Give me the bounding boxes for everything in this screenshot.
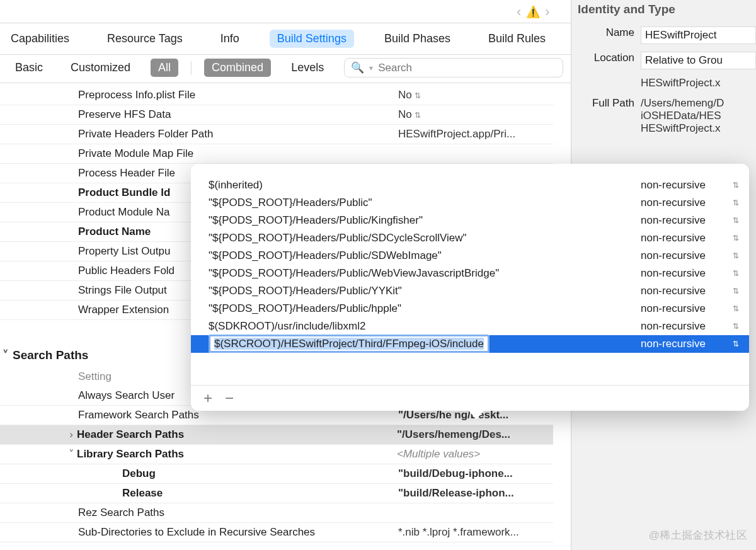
setting-preserve-hfs[interactable]: Preserve HFS Data No⇅ <box>0 105 553 125</box>
setting-key: Private Module Map File <box>78 147 398 160</box>
inspector-row-name: Name HESwiftProject <box>571 23 756 48</box>
chevron-updown-icon[interactable]: ⇅ <box>415 111 421 120</box>
recursive-select[interactable]: non-recursive <box>637 267 733 280</box>
search-icon: 🔍 <box>351 61 364 74</box>
setting-key: Header Search Paths <box>77 428 397 441</box>
path-edit-cell[interactable]: $(SRCROOT)/HESwiftProject/Third/FFmpeg-i… <box>209 338 637 350</box>
name-input[interactable]: HESwiftProject <box>641 26 756 44</box>
setting-preprocess-info-plist[interactable]: Preprocess Info.plist File No⇅ <box>0 86 553 105</box>
setting-value[interactable]: HESwiftProject.app/Pri... <box>398 128 553 140</box>
history-nav: ‹ ⚠️ › <box>517 4 550 20</box>
tab-build-rules[interactable]: Build Rules <box>481 30 553 48</box>
setting-header-search-paths[interactable]: › Header Search Paths "/Users/hemeng/Des… <box>0 425 553 445</box>
setting-library-release[interactable]: Release "build/Release-iphon... <box>0 484 553 503</box>
tab-info[interactable]: Info <box>213 30 247 48</box>
path-text: "${PODS_ROOT}/Headers/Public/Kingfisher" <box>209 214 637 227</box>
recursive-select[interactable]: non-recursive <box>637 302 733 315</box>
list-item[interactable]: "${PODS_ROOT}/Headers/Public/hpple" non-… <box>191 300 749 318</box>
setting-key: Preprocess Info.plist File <box>78 89 398 101</box>
setting-value[interactable]: "/Users/hemeng/Des... <box>397 428 553 441</box>
path-input[interactable]: $(SRCROOT)/HESwiftProject/Third/FFmpeg-i… <box>209 335 490 353</box>
setting-value[interactable]: No⇅ <box>398 89 553 101</box>
recursive-select[interactable]: non-recursive <box>637 320 733 333</box>
chevron-down-icon[interactable]: ˅ <box>66 448 77 461</box>
forward-icon[interactable]: › <box>545 4 549 20</box>
setting-value[interactable]: "build/Release-iphon... <box>398 487 553 500</box>
location-select[interactable]: Relative to Grou <box>641 52 756 69</box>
setting-value[interactable]: "build/Debug-iphone... <box>398 467 553 480</box>
filter-bar: Basic Customized All Combined Levels 🔍 ▾ <box>0 53 571 83</box>
list-item[interactable]: "${PODS_ROOT}/Headers/Public/SDCycleScro… <box>191 229 749 247</box>
chevron-updown-icon[interactable]: ⇅ <box>733 322 744 331</box>
setting-private-headers-folder[interactable]: Private Headers Folder Path HESwiftProje… <box>0 125 553 144</box>
popover-list[interactable]: $(inherited) non-recursive ⇅ "${PODS_ROO… <box>191 164 749 385</box>
tab-capabilities[interactable]: Capabilities <box>3 30 77 48</box>
recursive-select[interactable]: non-recursive <box>637 249 733 262</box>
recursive-select[interactable]: non-recursive <box>637 285 733 297</box>
setting-key: Sub-Directories to Exclude in Recursive … <box>78 526 398 539</box>
filter-all[interactable]: All <box>151 59 178 77</box>
setting-value[interactable]: *.nib *.lproj *.framework... <box>398 526 553 539</box>
search-field[interactable]: 🔍 ▾ <box>344 58 563 77</box>
chevron-updown-icon[interactable]: ⇅ <box>733 340 744 348</box>
list-item[interactable]: "${PODS_ROOT}/Headers/Public" non-recurs… <box>191 194 749 212</box>
popover-footer: + − <box>191 385 749 411</box>
recursive-select[interactable]: non-recursive <box>637 197 733 209</box>
list-item[interactable]: "${PODS_ROOT}/Headers/Public/SDWebImage"… <box>191 247 749 265</box>
chevron-updown-icon[interactable]: ⇅ <box>733 198 744 207</box>
setting-key: Preserve HFS Data <box>78 108 398 121</box>
setting-key: Debug <box>122 467 398 480</box>
setting-rez-search-paths[interactable]: Rez Search Paths <box>0 503 553 523</box>
list-item[interactable]: $(SDKROOT)/usr/include/libxml2 non-recur… <box>191 318 749 335</box>
search-paths-popover: $(inherited) non-recursive ⇅ "${PODS_ROO… <box>191 164 749 411</box>
inspector-label: Name <box>578 26 634 44</box>
filter-combined[interactable]: Combined <box>204 59 271 77</box>
setting-private-module-map[interactable]: Private Module Map File <box>0 144 553 164</box>
search-input[interactable] <box>378 62 556 74</box>
chevron-updown-icon[interactable]: ⇅ <box>415 91 421 100</box>
warning-icon[interactable]: ⚠️ <box>526 5 540 19</box>
chevron-updown-icon[interactable]: ⇅ <box>733 304 744 313</box>
chevron-updown-icon[interactable]: ⇅ <box>733 181 744 190</box>
full-path: /Users/hemeng/D iOSHEData/HES HESwiftPro… <box>641 97 756 135</box>
chevron-updown-icon[interactable]: ⇅ <box>733 269 744 278</box>
back-icon[interactable]: ‹ <box>517 4 521 20</box>
filter-customized[interactable]: Customized <box>63 59 138 77</box>
list-item[interactable]: "${PODS_ROOT}/Headers/Public/WebViewJava… <box>191 265 749 282</box>
setting-value[interactable]: No⇅ <box>398 108 553 121</box>
chevron-down-icon[interactable]: ˅ <box>3 348 9 362</box>
list-item[interactable]: "${PODS_ROOT}/Headers/Public/Kingfisher"… <box>191 212 749 229</box>
recursive-select[interactable]: non-recursive <box>637 338 733 350</box>
chevron-right-icon[interactable]: › <box>66 428 77 441</box>
setting-value[interactable]: <Multiple values> <box>397 448 553 461</box>
inspector-row-location: Location Relative to Grou <box>571 48 756 73</box>
chevron-down-icon[interactable]: ▾ <box>369 64 373 72</box>
setting-key: Rez Search Paths <box>78 507 398 519</box>
filter-levels[interactable]: Levels <box>284 59 331 77</box>
chevron-updown-icon[interactable]: ⇅ <box>733 234 744 243</box>
filter-basic[interactable]: Basic <box>8 59 50 77</box>
recursive-select[interactable]: non-recursive <box>637 232 733 244</box>
inspector-row-location-path: HESwiftProject.x <box>571 73 756 93</box>
setting-key: Framework Search Paths <box>78 409 398 421</box>
setting-key: Release <box>122 487 398 500</box>
chevron-updown-icon[interactable]: ⇅ <box>733 251 744 260</box>
tab-resource-tags[interactable]: Resource Tags <box>100 30 190 48</box>
chevron-updown-icon[interactable]: ⇅ <box>733 287 744 295</box>
path-text: "${PODS_ROOT}/Headers/Public/hpple" <box>209 302 637 315</box>
list-item[interactable]: "${PODS_ROOT}/Headers/Public/YYKit" non-… <box>191 282 749 300</box>
list-item-selected[interactable]: $(SRCROOT)/HESwiftProject/Third/FFmpeg-i… <box>191 335 749 353</box>
inspector-row-fullpath: Full Path /Users/hemeng/D iOSHEData/HES … <box>571 93 756 139</box>
add-button[interactable]: + <box>203 391 212 406</box>
setting-library-debug[interactable]: Debug "build/Debug-iphone... <box>0 464 553 484</box>
recursive-select[interactable]: non-recursive <box>637 214 733 227</box>
tab-build-settings[interactable]: Build Settings <box>270 30 354 48</box>
list-item[interactable]: $(inherited) non-recursive ⇅ <box>191 176 749 194</box>
tab-build-phases[interactable]: Build Phases <box>377 30 458 48</box>
setting-subdirs-exclude[interactable]: Sub-Directories to Exclude in Recursive … <box>0 523 553 542</box>
recursive-select[interactable]: non-recursive <box>637 179 733 192</box>
setting-key: Library Search Paths <box>77 448 397 461</box>
remove-button[interactable]: − <box>225 391 234 406</box>
chevron-updown-icon[interactable]: ⇅ <box>733 216 744 225</box>
setting-library-search-paths[interactable]: ˅ Library Search Paths <Multiple values> <box>0 445 553 464</box>
